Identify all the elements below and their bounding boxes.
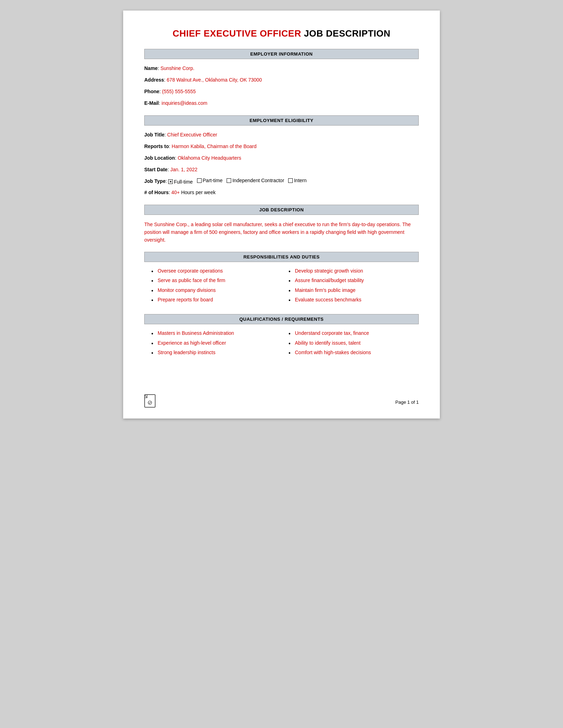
list-item: Experience as high-level officer [151,340,282,347]
employer-email-line: E-Mail: inquiries@ideas.com [144,100,419,107]
fulltime-checkbox-item: Full-time [168,179,193,185]
document-icon [144,394,156,410]
employer-phone-line: Phone: (555) 555-5555 [144,88,419,95]
page-number: Page 1 of 1 [396,400,419,405]
hours-suffix: Hours per week [180,190,216,195]
list-item: Comfort with high-stakes decisions [289,349,419,356]
qualifications-left-col: Masters in Business Administration Exper… [144,330,282,359]
name-label: Name [144,65,158,71]
list-item: Ability to identify issues, talent [289,340,419,347]
reports-label: Reports to [144,143,169,149]
responsibilities-section: RESPONSIBILITIES AND DUTIES Oversee corp… [144,252,419,306]
parttime-checkbox-item: Part-time [197,178,223,183]
list-item: Evaluate success benchmarks [289,296,419,304]
address-value: 678 Walnut Ave., Oklahoma City, OK 73000 [167,77,262,83]
job-description-section: JOB DESCRIPTION The Sunshine Corp., a le… [144,205,419,244]
title-black-part: JOB DESCRIPTION [301,28,391,39]
job-title-line: Job Title: Chief Executive Officer [144,131,419,139]
start-date-label: Start Date [144,167,167,172]
intern-checkbox [288,178,293,183]
employer-name-line: Name: Sunshine Corp. [144,65,419,72]
reports-to-line: Reports to: Harmon Kabila, Chairman of t… [144,143,419,150]
employer-address-line: Address: 678 Walnut Ave., Oklahoma City,… [144,76,419,84]
intern-label: Intern [294,178,306,183]
employer-header: EMPLOYER INFORMATION [144,49,419,59]
list-item: Serve as public face of the firm [151,277,282,284]
list-item: Develop strategic growth vision [289,268,419,275]
list-item: Understand corporate tax, finance [289,330,419,337]
contractor-label: Independent Contractor [232,178,284,183]
phone-label: Phone [144,89,159,94]
job-title-value: Chief Executive Officer [167,132,217,138]
responsibilities-right-col: Develop strategic growth vision Assure f… [282,268,419,306]
title-red-part: CHIEF EXECUTIVE OFFICER [172,28,301,39]
main-title: CHIEF EXECUTIVE OFFICER JOB DESCRIPTION [144,28,419,39]
start-date-line: Start Date: Jan. 1, 2022 [144,166,419,173]
fulltime-checkbox [168,179,173,184]
contractor-checkbox [227,178,231,183]
list-item: Oversee corporate operations [151,268,282,275]
list-item: Prepare reports for board [151,296,282,304]
email-value: inquiries@ideas.com [162,100,207,106]
location-label: Job Location [144,155,175,161]
contractor-checkbox-item: Independent Contractor [227,178,284,183]
eligibility-header: EMPLOYMENT ELIGIBILITY [144,115,419,126]
qualifications-section: QUALIFICATIONS / REQUIREMENTS Masters in… [144,314,419,359]
intern-checkbox-item: Intern [288,178,306,183]
qualifications-list: Masters in Business Administration Exper… [144,330,419,359]
start-date-value: Jan. 1, 2022 [170,167,197,172]
responsibilities-left-list: Oversee corporate operations Serve as pu… [151,268,282,304]
fulltime-label: Full-time [174,179,193,185]
eligibility-info: Job Title: Chief Executive Officer Repor… [144,131,419,196]
list-item: Maintain firm's public image [289,287,419,294]
phone-value: (555) 555-5555 [162,89,196,94]
qualifications-header: QUALIFICATIONS / REQUIREMENTS [144,314,419,324]
qualifications-left-list: Masters in Business Administration Exper… [151,330,282,356]
document-page: CHIEF EXECUTIVE OFFICER JOB DESCRIPTION … [123,11,440,419]
qualifications-right-list: Understand corporate tax, finance Abilit… [289,330,419,356]
job-description-text: The Sunshine Corp., a leading solar cell… [144,221,419,244]
job-desc-header: JOB DESCRIPTION [144,205,419,215]
footer: Page 1 of 1 [123,394,440,410]
location-line: Job Location: Oklahoma City Headquarters [144,154,419,162]
list-item: Assure financial/budget stability [289,277,419,284]
list-item: Masters in Business Administration [151,330,282,337]
list-item: Monitor company divisions [151,287,282,294]
responsibilities-header: RESPONSIBILITIES AND DUTIES [144,252,419,262]
email-label: E-Mail [144,100,159,106]
location-value: Oklahoma City Headquarters [178,155,241,161]
responsibilities-left-col: Oversee corporate operations Serve as pu… [144,268,282,306]
hours-line: # of Hours: 40+ Hours per week [144,189,419,196]
hours-value: 40+ [171,190,180,195]
reports-value: Harmon Kabila, Chairman of the Board [172,143,257,149]
responsibilities-list: Oversee corporate operations Serve as pu… [144,268,419,306]
employer-info: Name: Sunshine Corp. Address: 678 Walnut… [144,65,419,107]
responsibilities-right-list: Develop strategic growth vision Assure f… [289,268,419,304]
qualifications-right-col: Understand corporate tax, finance Abilit… [282,330,419,359]
parttime-checkbox [197,178,202,183]
name-value: Sunshine Corp. [160,65,195,71]
job-type-line: Job Type: Full-time Part-time Independen… [144,178,419,185]
parttime-label: Part-time [203,178,223,183]
address-label: Address [144,77,164,83]
employer-section: EMPLOYER INFORMATION Name: Sunshine Corp… [144,49,419,107]
hours-label: # of Hours [144,190,169,195]
job-title-label: Job Title [144,132,164,138]
list-item: Strong leadership instincts [151,349,282,356]
job-type-label: Job Type [144,178,165,184]
eligibility-section: EMPLOYMENT ELIGIBILITY Job Title: Chief … [144,115,419,196]
